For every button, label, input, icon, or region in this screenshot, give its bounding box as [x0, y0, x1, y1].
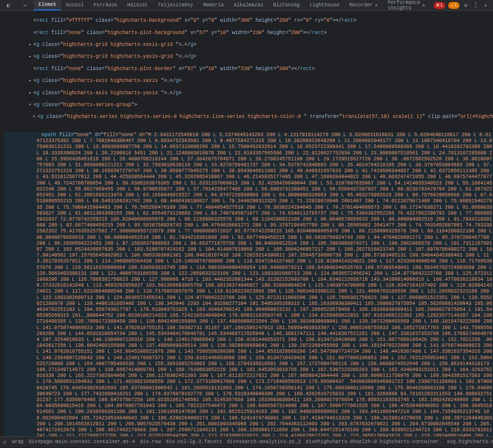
dom-node[interactable]: <rect fill="none" class="highcharts-plot…	[4, 66, 493, 72]
dom-node-selected[interactable]: <path fill="none" d="fill="none" d="M 2.…	[4, 132, 493, 436]
dom-node[interactable]: <rect fill="#ffffff" class="highcharts-b…	[4, 18, 493, 24]
dom-node[interactable]: ▸<g class="highcharts-grid highcharts-xa…	[4, 42, 493, 48]
devtools-tabbar: ◧ ▭ Elemek Konzol Források Hálózat Telje…	[0, 0, 493, 11]
tab-perf-insights[interactable]: Performance insights▲	[383, 0, 430, 10]
crumb-item[interactable]: div.col-lg-3.facets	[166, 439, 222, 445]
tab-network[interactable]: Hálózat	[122, 0, 153, 10]
dom-node[interactable]: ▸<g class="highcharts-axis highcharts-ya…	[4, 90, 493, 96]
tab-recorder[interactable]: Recorder▲	[344, 0, 383, 10]
crumb-wrap: wrap	[12, 439, 24, 445]
error-badge[interactable]: ⊘1	[434, 2, 445, 9]
crumb-item[interactable]: div#page-main-content.container.mt-4	[29, 439, 135, 445]
crumb-item[interactable]: div#highcharts-8hselzh-0.highcharts-cont…	[306, 439, 442, 445]
close-icon[interactable]: ✕	[482, 2, 489, 9]
crumb-item[interactable]: div.row	[140, 439, 161, 445]
device-icon[interactable]: ▭	[17, 0, 34, 10]
gear-icon[interactable]: ⚙	[462, 2, 469, 9]
dom-node[interactable]: <rect fill="none" class="highcharts-plot…	[4, 30, 493, 36]
tab-memory[interactable]: Memória	[198, 0, 229, 10]
elements-tree[interactable]: <rect fill="#ffffff" class="highcharts-b…	[0, 11, 493, 436]
dom-node[interactable]: ▸<g class="highcharts-grid highcharts-ya…	[4, 54, 493, 60]
more-icon[interactable]: ⋮	[472, 2, 479, 9]
tab-security[interactable]: Biztonság	[268, 0, 305, 10]
tab-application[interactable]: Alkalmazás	[229, 0, 268, 10]
crumb-item[interactable]: svg.highcharts-root	[447, 439, 493, 445]
crumb-item[interactable]: div#search-analytics-pt_2	[227, 439, 301, 445]
dom-node[interactable]: ▸<g class="highcharts-axis highcharts-xa…	[4, 78, 493, 84]
breadcrumb: ↲ wrap div#page-main-content.container.m…	[0, 436, 493, 447]
dom-node[interactable]: ▾<g class="highcharts-series highcharts-…	[4, 114, 493, 120]
wrap-icon[interactable]: ↲	[3, 439, 6, 445]
dom-node[interactable]: ▾<g class="highcharts-series-group">	[4, 102, 493, 108]
tab-console[interactable]: Konzol	[61, 0, 89, 10]
tab-lighthouse[interactable]: Lighthouse	[305, 0, 344, 10]
warning-badge[interactable]: ⚠1	[448, 2, 459, 9]
tab-sources[interactable]: Források	[89, 0, 122, 10]
inspect-icon[interactable]: ◧	[0, 0, 17, 10]
tab-performance[interactable]: Teljesítmény	[153, 0, 198, 10]
tab-elements[interactable]: Elemek	[34, 0, 61, 10]
